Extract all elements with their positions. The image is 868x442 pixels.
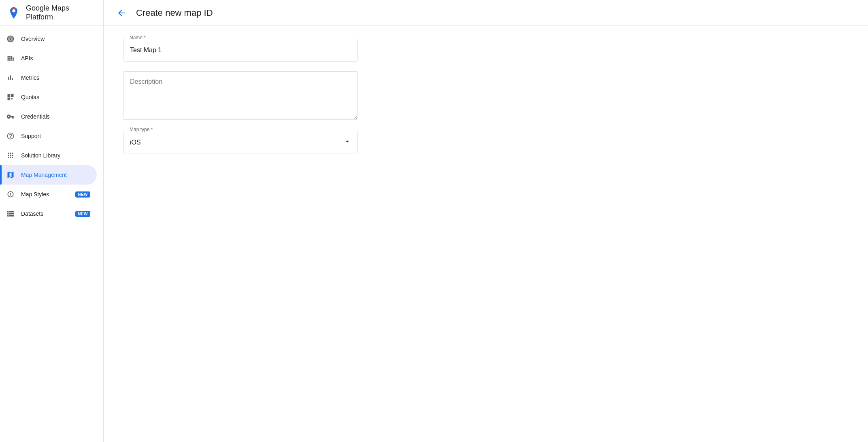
- back-button[interactable]: [113, 5, 130, 21]
- app-title: Google Maps Platform: [26, 4, 97, 21]
- datasets-badge: NEW: [75, 211, 90, 217]
- overview-icon: [6, 35, 15, 43]
- sidebar-item-map-styles[interactable]: Map Styles NEW: [0, 185, 97, 204]
- sidebar: Google Maps Platform Overview APIs: [0, 0, 104, 442]
- main-header: Create new map ID: [104, 0, 868, 26]
- map-type-field: Map type JavaScript Android iOS: [123, 131, 358, 153]
- sidebar-item-solution-library[interactable]: Solution Library: [0, 146, 97, 165]
- sidebar-item-solution-library-label: Solution Library: [21, 152, 90, 159]
- map-type-label: Map type: [128, 127, 154, 132]
- sidebar-item-datasets-label: Datasets: [21, 210, 69, 217]
- solution-library-icon: [6, 151, 15, 159]
- apis-icon: [6, 54, 15, 62]
- sidebar-item-support-label: Support: [21, 133, 90, 139]
- sidebar-item-credentials-label: Credentials: [21, 113, 90, 120]
- sidebar-item-overview-label: Overview: [21, 36, 90, 42]
- map-styles-icon: [6, 190, 15, 198]
- svg-point-1: [10, 38, 12, 40]
- metrics-icon: [6, 74, 15, 82]
- sidebar-item-metrics-label: Metrics: [21, 74, 90, 81]
- sidebar-item-support[interactable]: Support: [0, 126, 97, 146]
- description-input[interactable]: [123, 71, 358, 120]
- map-management-icon: [6, 171, 15, 179]
- map-type-select[interactable]: JavaScript Android iOS: [123, 131, 358, 153]
- svg-point-0: [12, 9, 15, 13]
- sidebar-item-datasets[interactable]: Datasets NEW: [0, 204, 97, 223]
- datasets-icon: [6, 210, 15, 218]
- create-map-form: Name Map type JavaScript Android iOS: [123, 39, 358, 153]
- sidebar-item-map-management[interactable]: Map Management: [0, 165, 97, 185]
- name-field: Name: [123, 39, 358, 62]
- main-content-area: Create new map ID Name Map type JavaScri…: [104, 0, 868, 442]
- map-type-select-wrapper: JavaScript Android iOS: [123, 131, 358, 153]
- sidebar-item-map-management-label: Map Management: [21, 172, 90, 178]
- sidebar-item-map-styles-label: Map Styles: [21, 191, 69, 198]
- page-title: Create new map ID: [136, 8, 213, 18]
- back-arrow-icon: [117, 8, 126, 18]
- sidebar-item-quotas[interactable]: Quotas: [0, 87, 97, 107]
- form-content: Name Map type JavaScript Android iOS: [104, 26, 868, 442]
- quotas-icon: [6, 93, 15, 101]
- support-icon: [6, 132, 15, 140]
- sidebar-header: Google Maps Platform: [0, 0, 103, 26]
- sidebar-item-apis[interactable]: APIs: [0, 49, 97, 68]
- sidebar-nav: Overview APIs Metrics: [0, 26, 103, 442]
- description-field: [123, 71, 358, 121]
- name-input[interactable]: [123, 39, 358, 62]
- credentials-icon: [6, 113, 15, 121]
- sidebar-item-apis-label: APIs: [21, 55, 90, 62]
- sidebar-item-credentials[interactable]: Credentials: [0, 107, 97, 126]
- map-styles-badge: NEW: [75, 191, 90, 198]
- name-label: Name: [128, 35, 147, 40]
- sidebar-item-metrics[interactable]: Metrics: [0, 68, 97, 87]
- sidebar-item-quotas-label: Quotas: [21, 94, 90, 100]
- google-maps-logo: [6, 6, 21, 20]
- sidebar-item-overview[interactable]: Overview: [0, 29, 97, 49]
